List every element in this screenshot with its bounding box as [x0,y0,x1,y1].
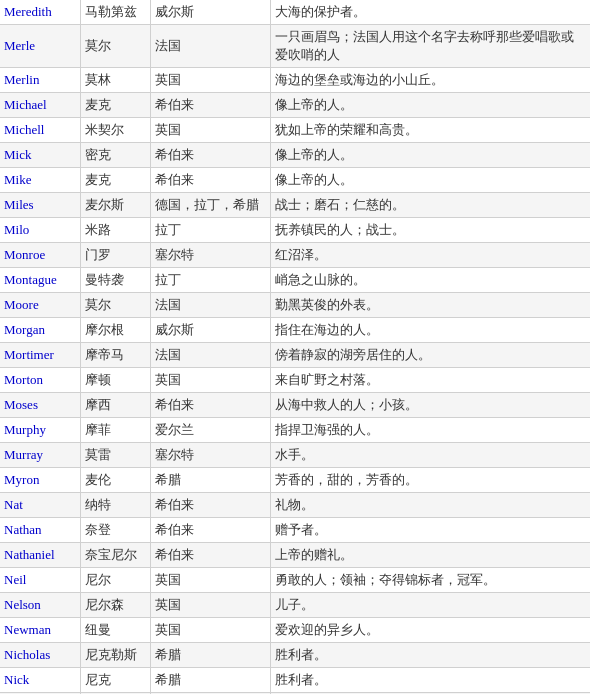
table-row: Nathan奈登希伯来赠予者。 [0,518,590,543]
name-cell[interactable]: Newman [0,618,80,643]
chinese-cell: 摩尔根 [80,318,150,343]
chinese-cell: 麦尔斯 [80,193,150,218]
name-cell[interactable]: Montague [0,268,80,293]
name-cell[interactable]: Mike [0,168,80,193]
origin-cell: 拉丁 [150,268,270,293]
names-table: Meredith马勒第兹威尔斯大海的保护者。Merle莫尔法国一只画眉鸟；法国人… [0,0,590,694]
chinese-cell: 纳特 [80,493,150,518]
table-row: Nathaniel奈宝尼尔希伯来上帝的赠礼。 [0,543,590,568]
chinese-cell: 门罗 [80,243,150,268]
table-row: Newman纽曼英国爱欢迎的异乡人。 [0,618,590,643]
name-cell[interactable]: Michael [0,93,80,118]
origin-cell: 希伯来 [150,168,270,193]
table-row: Nicholas尼克勒斯希腊胜利者。 [0,643,590,668]
origin-cell: 英国 [150,593,270,618]
origin-cell: 希伯来 [150,493,270,518]
origin-cell: 德国，拉丁，希腊 [150,193,270,218]
meaning-cell: 来自旷野之村落。 [270,368,590,393]
table-row: Mike麦克希伯来像上帝的人。 [0,168,590,193]
name-cell[interactable]: Morton [0,368,80,393]
table-row: Monroe门罗塞尔特红沼泽。 [0,243,590,268]
meaning-cell: 上帝的赠礼。 [270,543,590,568]
meaning-cell: 红沼泽。 [270,243,590,268]
name-cell[interactable]: Moore [0,293,80,318]
meaning-cell: 勇敢的人；领袖；夺得锦标者，冠军。 [270,568,590,593]
meaning-cell: 赠予者。 [270,518,590,543]
name-cell[interactable]: Nathan [0,518,80,543]
name-cell[interactable]: Meredith [0,0,80,25]
name-cell[interactable]: Nick [0,668,80,693]
name-cell[interactable]: Nicholas [0,643,80,668]
table-row: Michell米契尔英国犹如上帝的荣耀和高贵。 [0,118,590,143]
meaning-cell: 芳香的，甜的，芳香的。 [270,468,590,493]
name-cell[interactable]: Myron [0,468,80,493]
meaning-cell: 像上帝的人。 [270,93,590,118]
chinese-cell: 莫尔 [80,25,150,68]
origin-cell: 希伯来 [150,393,270,418]
name-cell[interactable]: Murray [0,443,80,468]
table-row: Merlin莫林英国海边的堡垒或海边的小山丘。 [0,68,590,93]
origin-cell: 希腊 [150,668,270,693]
origin-cell: 塞尔特 [150,243,270,268]
name-cell[interactable]: Mortimer [0,343,80,368]
chinese-cell: 密克 [80,143,150,168]
meaning-cell: 从海中救人的人；小孩。 [270,393,590,418]
meaning-cell: 儿子。 [270,593,590,618]
table-row: Murphy摩菲爱尔兰指捍卫海强的人。 [0,418,590,443]
meaning-cell: 爱欢迎的异乡人。 [270,618,590,643]
table-row: Morgan摩尔根威尔斯指住在海边的人。 [0,318,590,343]
meaning-cell: 犹如上帝的荣耀和高贵。 [270,118,590,143]
name-cell[interactable]: Monroe [0,243,80,268]
name-cell[interactable]: Merle [0,25,80,68]
name-cell[interactable]: Murphy [0,418,80,443]
meaning-cell: 大海的保护者。 [270,0,590,25]
chinese-cell: 麦克 [80,93,150,118]
name-cell[interactable]: Moses [0,393,80,418]
table-row: Miles麦尔斯德国，拉丁，希腊战士；磨石；仁慈的。 [0,193,590,218]
chinese-cell: 奈登 [80,518,150,543]
table-row: Neil尼尔英国勇敢的人；领袖；夺得锦标者，冠军。 [0,568,590,593]
chinese-cell: 纽曼 [80,618,150,643]
name-cell[interactable]: Mick [0,143,80,168]
meaning-cell: 勤黑英俊的外表。 [270,293,590,318]
chinese-cell: 麦伦 [80,468,150,493]
chinese-cell: 尼克 [80,668,150,693]
chinese-cell: 莫林 [80,68,150,93]
origin-cell: 法国 [150,25,270,68]
name-cell[interactable]: Miles [0,193,80,218]
table-row: Murray莫雷塞尔特水手。 [0,443,590,468]
name-cell[interactable]: Nelson [0,593,80,618]
meaning-cell: 海边的堡垒或海边的小山丘。 [270,68,590,93]
name-cell[interactable]: Nathaniel [0,543,80,568]
name-cell[interactable]: Merlin [0,68,80,93]
table-row: Nat纳特希伯来礼物。 [0,493,590,518]
name-cell[interactable]: Nat [0,493,80,518]
meaning-cell: 礼物。 [270,493,590,518]
name-cell[interactable]: Neil [0,568,80,593]
meaning-cell: 抚养镇民的人；战士。 [270,218,590,243]
chinese-cell: 摩菲 [80,418,150,443]
chinese-cell: 奈宝尼尔 [80,543,150,568]
meaning-cell: 像上帝的人。 [270,168,590,193]
origin-cell: 英国 [150,618,270,643]
chinese-cell: 米路 [80,218,150,243]
name-cell[interactable]: Morgan [0,318,80,343]
table-row: Merle莫尔法国一只画眉鸟；法国人用这个名字去称呼那些爱唱歌或爱吹哨的人 [0,25,590,68]
origin-cell: 希伯来 [150,93,270,118]
chinese-cell: 摩西 [80,393,150,418]
name-cell[interactable]: Michell [0,118,80,143]
chinese-cell: 尼尔森 [80,593,150,618]
meaning-cell: 像上帝的人。 [270,143,590,168]
meaning-cell: 战士；磨石；仁慈的。 [270,193,590,218]
origin-cell: 希伯来 [150,518,270,543]
meaning-cell: 指住在海边的人。 [270,318,590,343]
origin-cell: 英国 [150,68,270,93]
meaning-cell: 胜利者。 [270,643,590,668]
chinese-cell: 尼克勒斯 [80,643,150,668]
meaning-cell: 傍着静寂的湖旁居住的人。 [270,343,590,368]
origin-cell: 英国 [150,368,270,393]
chinese-cell: 摩帝马 [80,343,150,368]
table-row: Michael麦克希伯来像上帝的人。 [0,93,590,118]
name-cell[interactable]: Milo [0,218,80,243]
meaning-cell: 水手。 [270,443,590,468]
